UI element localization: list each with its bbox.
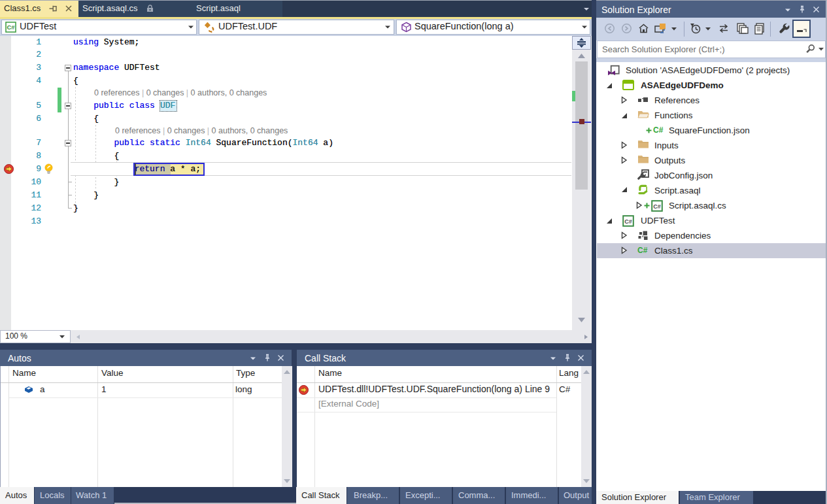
svg-text:C#: C# [7, 24, 15, 31]
svg-text:C#: C# [624, 218, 632, 225]
svg-text:C#: C# [653, 203, 661, 210]
